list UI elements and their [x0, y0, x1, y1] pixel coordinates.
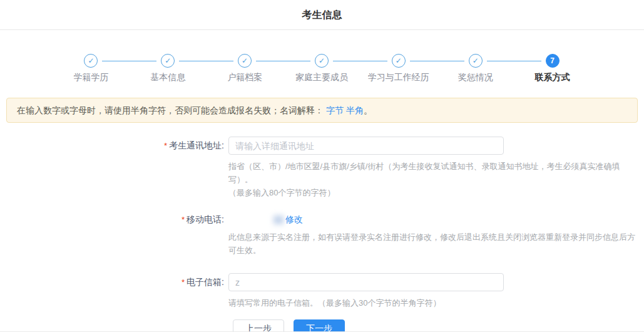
form-actions: 上一步 下一步 — [233, 319, 644, 332]
step-household-archive[interactable]: 户籍档案 — [207, 54, 284, 82]
candidate-info-page: 考生信息 学籍学历 基本信息 户籍档案 家庭主要成员 学习与工作经历 奖惩情况 … — [0, 0, 644, 332]
modify-phone-link[interactable]: 修改 — [285, 214, 303, 224]
address-label: *考生通讯地址: — [0, 137, 224, 152]
step-check-icon — [84, 54, 98, 68]
email-label: *电子信箱: — [0, 273, 224, 288]
address-row: *考生通讯地址: 指省（区、市）/地市区盟/县市旗/乡镇/街村（为考生接收复试通… — [0, 137, 644, 199]
email-row: *电子信箱: 请填写常用的电子信箱。（最多输入30个字节的半角字符） — [0, 273, 644, 309]
step-rewards-punishments[interactable]: 奖惩情况 — [437, 54, 514, 82]
step-check-icon — [469, 54, 483, 68]
step-label: 学习与工作经历 — [368, 72, 429, 82]
previous-step-button[interactable]: 上一步 — [233, 319, 284, 332]
address-help-line2: （最多输入80个字节的字符） — [228, 186, 641, 199]
step-check-icon — [238, 54, 252, 68]
step-label: 基本信息 — [150, 72, 185, 82]
step-label: 学籍学历 — [73, 72, 108, 82]
address-input[interactable] — [228, 137, 504, 155]
next-step-button[interactable]: 下一步 — [294, 319, 345, 332]
mobile-row: *移动电话: 修改 此信息来源于实名注册，如有误请登录实名注册进行修改，修改后退… — [0, 210, 644, 257]
address-help: 指省（区、市）/地市区盟/县市旗/乡镇/街村（为考生接收复试通知书、录取通知书地… — [228, 160, 641, 199]
page-title: 考生信息 — [302, 9, 342, 22]
alert-suffix: 。 — [364, 105, 372, 115]
byte-definition-link[interactable]: 字节 — [326, 105, 344, 115]
step-basic-info[interactable]: 基本信息 — [130, 54, 207, 82]
step-family-members[interactable]: 家庭主要成员 — [284, 54, 360, 82]
step-label: 户籍档案 — [227, 72, 262, 82]
step-number-badge: 7 — [546, 54, 560, 68]
step-label: 奖惩情况 — [458, 72, 493, 82]
step-contact-info[interactable]: 7 联系方式 — [514, 54, 591, 82]
halfwidth-warning-alert: 在输入数字或字母时，请使用半角字符，否则可能会造成报名失败；名词解释：字节半角。 — [6, 98, 638, 123]
stepper: 学籍学历 基本信息 户籍档案 家庭主要成员 学习与工作经历 奖惩情况 7 联系方… — [53, 54, 591, 82]
page-header: 考生信息 — [0, 0, 644, 30]
step-check-icon — [161, 54, 175, 68]
step-check-icon — [315, 54, 329, 68]
halfwidth-definition-link[interactable]: 半角 — [346, 105, 364, 115]
email-help: 请填写常用的电子信箱。（最多输入30个字节的半角字符） — [228, 296, 641, 309]
alert-text: 在输入数字或字母时，请使用半角字符，否则可能会造成报名失败；名词解释： — [17, 105, 324, 115]
step-label: 家庭主要成员 — [295, 72, 348, 82]
mobile-phone-redacted — [273, 215, 284, 224]
mobile-note: 此信息来源于实名注册，如有误请登录实名注册进行修改，修改后退出系统且关闭浏览器重… — [228, 231, 641, 257]
mobile-label: *移动电话: — [0, 210, 224, 226]
step-school-record[interactable]: 学籍学历 — [53, 54, 130, 82]
required-asterisk: * — [181, 278, 185, 287]
email-input[interactable] — [228, 273, 504, 291]
address-help-line1: 指省（区、市）/地市区盟/县市旗/乡镇/街村（为考生接收复试通知书、录取通知书地… — [228, 160, 641, 186]
step-study-work-experience[interactable]: 学习与工作经历 — [360, 54, 437, 82]
step-check-icon — [392, 54, 406, 68]
step-label: 联系方式 — [535, 72, 570, 82]
required-asterisk: * — [164, 141, 167, 150]
required-asterisk: * — [181, 215, 185, 224]
